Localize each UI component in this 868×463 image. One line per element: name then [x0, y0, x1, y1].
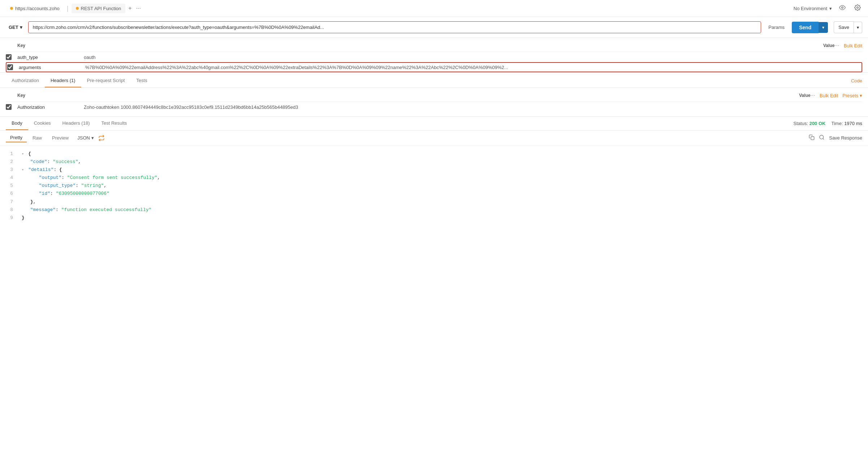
params-header: Key Value ··· Bulk Edit [6, 41, 862, 52]
save-button[interactable]: Save [834, 21, 854, 33]
param-checkbox-auth-type[interactable] [6, 54, 12, 60]
search-button[interactable] [819, 134, 825, 142]
view-actions: Save Response [809, 134, 862, 142]
status-value: 200 OK [809, 121, 826, 126]
params-actions: ··· Bulk Edit [834, 42, 862, 49]
request-tabs: Authorization Headers (1) Pre-request Sc… [0, 74, 868, 88]
params-key-header: Key [17, 43, 823, 48]
tab-separator: | [65, 5, 70, 12]
tab-tests[interactable]: Tests [130, 74, 153, 87]
param-key-auth-type: auth_type [17, 55, 84, 60]
tab-label-rest: REST API Function [81, 6, 121, 11]
param-key-arguments: arguments [19, 65, 85, 70]
json-line-5: 5 "output_type": "string", [6, 182, 862, 190]
query-params-section: Key Value ··· Bulk Edit auth_type oauth … [0, 38, 868, 73]
env-dropdown-icon: ▾ [829, 6, 832, 11]
save-response-button[interactable]: Save Response [829, 135, 862, 141]
time-value: 1970 ms [844, 121, 862, 126]
send-dropdown-button[interactable]: ▾ [819, 22, 828, 33]
headers-table-header: Key Value ··· Bulk Edit Presets ▾ [6, 91, 862, 102]
svg-rect-2 [811, 137, 814, 140]
headers-key-header: Key [17, 93, 799, 98]
time-label: Time: 1970 ms [831, 121, 862, 126]
send-button[interactable]: Send [792, 22, 819, 33]
json-line-1: 1 ▾ { [6, 150, 862, 158]
tab-headers[interactable]: Headers (1) [45, 74, 81, 87]
save-btn-group: Save ▾ [834, 21, 862, 33]
more-actions-button[interactable]: ··· [135, 4, 142, 13]
url-input-wrapper [28, 21, 761, 33]
url-input[interactable] [28, 21, 761, 33]
collapse-3[interactable]: ▾ [22, 168, 24, 172]
tab-rest-api[interactable]: REST API Function [72, 4, 126, 13]
tab-bar: https://accounts.zoho | REST API Functio… [0, 0, 868, 17]
resp-tab-headers[interactable]: Headers (18) [57, 117, 96, 130]
resp-tab-actions: Status: 200 OK Time: 1970 ms [794, 121, 862, 126]
method-label: GET [9, 25, 18, 30]
url-bar: GET ▾ Params Send ▾ Save ▾ [0, 17, 868, 38]
copy-button[interactable] [809, 134, 815, 142]
json-response: 1 ▾ { 2 "code": "success", 3 ▾ "details"… [0, 146, 868, 226]
resp-tab-body[interactable]: Body [6, 117, 28, 130]
tab-authorization[interactable]: Authorization [6, 74, 45, 87]
view-tab-preview[interactable]: Preview [48, 134, 73, 142]
status-label: Status: 200 OK [794, 121, 826, 126]
param-value-arguments: %7B%0D%0A%09%22emailAddress%22%3A%22abc%… [85, 65, 861, 70]
resp-tab-cookies[interactable]: Cookies [28, 117, 57, 130]
format-selector[interactable]: JSON ▾ [77, 135, 94, 141]
params-three-dots[interactable]: ··· [834, 42, 839, 49]
environment-selector[interactable]: No Environment ▾ [794, 6, 832, 11]
environment-label: No Environment [794, 6, 827, 11]
tab-accounts-zoho[interactable]: https://accounts.zoho [6, 4, 64, 13]
param-row-auth-type: auth_type oauth [6, 52, 862, 62]
header-value-authorization: Zoho-oauthtoken 1000.8607494449c8bc1e392… [84, 104, 862, 110]
json-line-2: 2 "code": "success", [6, 158, 862, 166]
format-label: JSON [77, 135, 90, 141]
svg-point-1 [857, 7, 859, 9]
json-line-3: 3 ▾ "details": { [6, 166, 862, 174]
settings-button[interactable] [853, 3, 862, 14]
header-checkbox-authorization[interactable] [6, 104, 12, 110]
param-row-arguments: arguments %7B%0D%0A%09%22emailAddress%22… [6, 62, 862, 72]
resp-tab-test-results[interactable]: Test Results [95, 117, 133, 130]
header-row-authorization: Authorization Zoho-oauthtoken 1000.86074… [6, 102, 862, 112]
tab-dot-rest [76, 7, 79, 10]
header-key-authorization: Authorization [17, 104, 84, 110]
code-button[interactable]: Code [851, 78, 862, 83]
response-tabs-bar: Body Cookies Headers (18) Test Results S… [0, 117, 868, 130]
method-dropdown-icon: ▾ [20, 25, 22, 30]
tab-label-accounts: https://accounts.zoho [15, 6, 60, 11]
tab-pre-request[interactable]: Pre-request Script [81, 74, 131, 87]
response-section: Body Cookies Headers (18) Test Results S… [0, 117, 868, 226]
method-selector[interactable]: GET ▾ [6, 22, 25, 32]
headers-three-dots[interactable]: ··· [811, 92, 815, 99]
eye-button[interactable] [838, 3, 847, 14]
tab-actions: No Environment ▾ [794, 3, 862, 14]
wrap-lines-button[interactable] [98, 135, 105, 141]
json-line-7: 7 }, [6, 198, 862, 206]
tab-dot-accounts [10, 7, 13, 10]
headers-presets-button[interactable]: Presets ▾ [842, 93, 862, 98]
request-tab-actions: Code [851, 78, 862, 83]
headers-bulk-edit-button[interactable]: Bulk Edit [820, 93, 838, 98]
svg-point-0 [842, 7, 843, 9]
view-format-bar: Pretty Raw Preview JSON ▾ [0, 130, 868, 146]
param-value-auth-type: oauth [84, 55, 862, 60]
param-checkbox-arguments[interactable] [7, 64, 13, 70]
params-value-header: Value [823, 43, 834, 48]
svg-line-4 [823, 138, 824, 140]
svg-point-3 [820, 135, 824, 139]
params-button[interactable]: Params [764, 22, 789, 32]
add-tab-button[interactable]: + [127, 4, 133, 13]
format-dropdown-icon: ▾ [91, 135, 94, 141]
params-bulk-edit-button[interactable]: Bulk Edit [844, 43, 862, 48]
view-tab-raw[interactable]: Raw [28, 134, 46, 142]
headers-section: Key Value ··· Bulk Edit Presets ▾ Author… [0, 88, 868, 117]
headers-actions: ··· Bulk Edit Presets ▾ [811, 92, 862, 99]
json-line-4: 4 "output": "Consent form sent successfu… [6, 174, 862, 182]
collapse-1[interactable]: ▾ [22, 152, 24, 156]
save-dropdown-button[interactable]: ▾ [854, 22, 862, 33]
headers-value-header: Value [799, 93, 810, 98]
view-tab-pretty[interactable]: Pretty [6, 133, 27, 142]
json-line-8: 8 "message": "function executed successf… [6, 206, 862, 214]
